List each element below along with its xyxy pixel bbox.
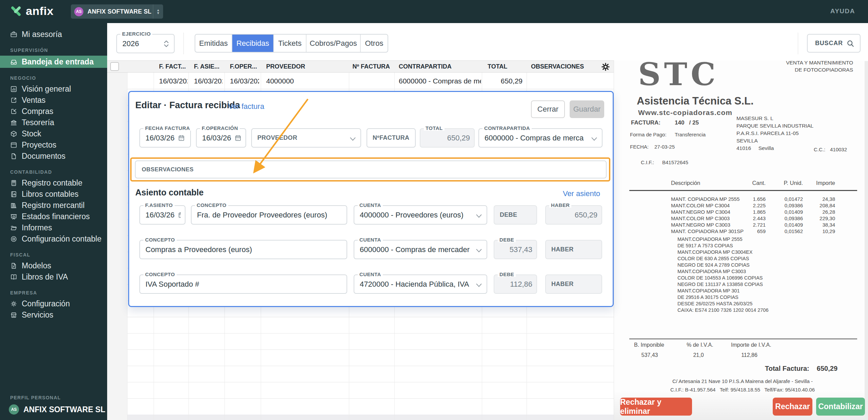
- help-link[interactable]: AYUDA: [830, 7, 855, 15]
- sidebar-item-servicios[interactable]: Servicios: [0, 309, 107, 321]
- invoice-note-line: COLOR DE 104553 A 106996 COPIAS: [677, 275, 763, 281]
- sidebar-item-libros-de-iva[interactable]: Libros de IVA: [0, 271, 107, 283]
- sidebar-item-stock[interactable]: Stock: [0, 128, 107, 139]
- sidebar-item-modelos[interactable]: Modelos: [0, 260, 107, 271]
- sidebar-section-label: NEGOCIO: [0, 68, 107, 83]
- gear-icon: [10, 300, 17, 307]
- haber-field[interactable]: HABER 650,29: [545, 205, 602, 225]
- sidebar-item-label: Ventas: [22, 96, 45, 105]
- tab-tickets[interactable]: Tickets: [274, 35, 307, 52]
- sidebar-item-mi-asesoria[interactable]: Mi asesoría: [0, 29, 107, 40]
- concepto-input[interactable]: CONCEPTO Fra. de Proveedor Proveedores (…: [191, 205, 347, 225]
- purchases-icon: [10, 108, 17, 115]
- reject-button[interactable]: Rechazar: [773, 398, 812, 416]
- sidebar-item-vision-general[interactable]: Visión general: [0, 83, 107, 95]
- sidebar-item-informes[interactable]: Informes: [0, 222, 107, 233]
- grid-line: [107, 349, 614, 350]
- sidebar-section-label: CONTABILIDAD: [0, 162, 107, 177]
- col-header-observaciones[interactable]: OBSERVACIONES: [531, 63, 584, 70]
- col-header-proveedor[interactable]: PROVEEDOR: [266, 63, 305, 70]
- cc-value: 410032: [830, 147, 847, 152]
- proveedor-select[interactable]: PROVEEDOR: [251, 128, 361, 148]
- grid-line: [107, 366, 614, 366]
- sidebar-item-tesoreria[interactable]: Tesorería: [0, 117, 107, 128]
- reject-delete-button[interactable]: Rechazar y eliminar: [620, 398, 692, 416]
- concepto-input[interactable]: CONCEPTO IVA Soportado #: [139, 274, 347, 294]
- haber-input[interactable]: HABER: [545, 274, 602, 294]
- sidebar-item-documentos[interactable]: Documentos: [0, 151, 107, 162]
- store-icon: [10, 311, 17, 319]
- debe-field[interactable]: DEBE 537,43: [494, 240, 537, 259]
- haber-input[interactable]: HABER: [545, 240, 602, 259]
- sidebar-item-configuracion-contable[interactable]: Configuración contable: [0, 233, 107, 245]
- sidebar-item-ventas[interactable]: Ventas: [0, 95, 107, 106]
- col-header-contrapartida[interactable]: CONTRAPARTIDA: [399, 63, 452, 70]
- col-header-n-factura[interactable]: Nº FACTURA: [349, 63, 390, 70]
- invoice-logo: STC: [638, 56, 719, 93]
- invoice-buyer-line: P.A.R.S.I. PARCELA 11-05: [736, 130, 799, 136]
- payment-method-label: Forma de Pago:: [630, 132, 667, 137]
- calendar-icon[interactable]: [178, 135, 185, 141]
- cuenta-select[interactable]: CUENTA 4720000 - Hacienda Pública, IVA: [354, 274, 487, 294]
- col-header-f-oper[interactable]: F.OPER...: [230, 63, 257, 70]
- sidebar-profile[interactable]: PERFIL PERSONAL AS ANFIX SOFTWARE SL: [0, 395, 107, 415]
- sidebar-item-proyectos[interactable]: Proyectos: [0, 139, 107, 151]
- invoice-buyer-line: 41016 Sevilla: [736, 145, 774, 151]
- sidebar-item-estados-financieros[interactable]: Estados financieros: [0, 211, 107, 222]
- save-button[interactable]: Guardar: [570, 100, 604, 118]
- sidebar-item-compras[interactable]: Compras: [0, 106, 107, 117]
- fecha-factura-field[interactable]: FECHA FACTURA 16/03/26: [139, 128, 191, 148]
- cuenta-select[interactable]: CUENTA 4000000 - Proveedores (euros): [354, 205, 487, 225]
- tab-cobros-pagos[interactable]: Cobros/Pagos: [307, 35, 361, 52]
- sidebar-item-registro-contable[interactable]: Registro contable: [0, 177, 107, 189]
- sidebar-item-registro-mercantil[interactable]: Registro mercantil: [0, 200, 107, 211]
- concepto-input[interactable]: CONCEPTO Compras a Proveedores (euros): [139, 240, 347, 259]
- observaciones-input[interactable]: OBSERVACIONES: [135, 160, 607, 178]
- invoice-rule-totals: [629, 339, 857, 339]
- sidebar-item-label: Informes: [22, 223, 52, 232]
- sidebar-item-label: Compras: [22, 107, 53, 116]
- n-factura-input[interactable]: NºFACTURA: [367, 128, 416, 148]
- col-header-f-fact[interactable]: F. FACT...: [159, 63, 186, 70]
- cell-proveedor: 4000000: [266, 77, 344, 85]
- tab-recibidas[interactable]: Recibidas: [232, 35, 274, 52]
- debe-field[interactable]: DEBE 112,86: [494, 274, 537, 294]
- calendar-icon[interactable]: [235, 135, 241, 141]
- invoice-number-label: FACTURA:: [631, 119, 660, 126]
- sidebar-item-libros-contables[interactable]: Libros contables: [0, 189, 107, 200]
- f-asiento-field[interactable]: F.ASIENTO 16/03/26: [139, 205, 185, 225]
- ejercicio-field[interactable]: EJERCICIO 2026: [116, 34, 175, 53]
- close-button[interactable]: Cerrar: [531, 100, 565, 118]
- tab-emitidas[interactable]: Emitidas: [195, 35, 232, 52]
- grid-line: [107, 398, 614, 399]
- brand-name: anfix: [26, 4, 54, 18]
- sidebar-item-configuracion[interactable]: Configuración: [0, 298, 107, 309]
- base-imponible-label: B. Imponible: [634, 342, 664, 348]
- company-selector-spinner-icon[interactable]: ▲▼: [153, 4, 163, 19]
- iva-amount-label: Importe de I.V.A.: [731, 342, 771, 348]
- table-settings-gear-icon[interactable]: [601, 62, 610, 72]
- post-button[interactable]: Contabilizar: [816, 398, 865, 416]
- contrapartida-select[interactable]: CONTRAPARTIDA 6000000 - Compras de merca: [478, 128, 603, 148]
- col-header-f-asie[interactable]: F. ASIE...: [194, 63, 219, 70]
- debe-input[interactable]: DEBE: [494, 205, 537, 225]
- box-icon: [10, 130, 17, 137]
- tab-otros[interactable]: Otros: [361, 35, 388, 52]
- ejercicio-stepper-icon[interactable]: [163, 39, 169, 48]
- f-operacion-field[interactable]: F.OPERACIÓN 16/03/26: [196, 128, 246, 148]
- search-button[interactable]: BUSCAR: [807, 34, 861, 53]
- invoice-item-importe: 208,84: [788, 203, 835, 208]
- sidebar-item-label: Servicios: [22, 310, 53, 320]
- cuenta-select[interactable]: CUENTA 6000000 - Compras de mercader: [354, 240, 487, 259]
- view-entry-link[interactable]: Ver asiento: [563, 189, 600, 198]
- view-invoice-link[interactable]: Ver factura: [228, 102, 264, 111]
- sidebar-item-bandeja-de-entrada[interactable]: Bandeja de entrada: [0, 56, 107, 68]
- col-header-total[interactable]: TOTAL: [488, 63, 507, 70]
- calendar-icon[interactable]: [178, 212, 181, 218]
- items-header-importe: Importe: [788, 180, 835, 186]
- company-selector[interactable]: AS ANFIX SOFTWARE SL ▲▼: [71, 4, 163, 19]
- select-all-checkbox[interactable]: [110, 62, 119, 71]
- invoice-scroll-strip[interactable]: [865, 61, 868, 419]
- sidebar-section-label: FISCAL: [0, 245, 107, 260]
- search-label: BUSCAR: [815, 40, 846, 47]
